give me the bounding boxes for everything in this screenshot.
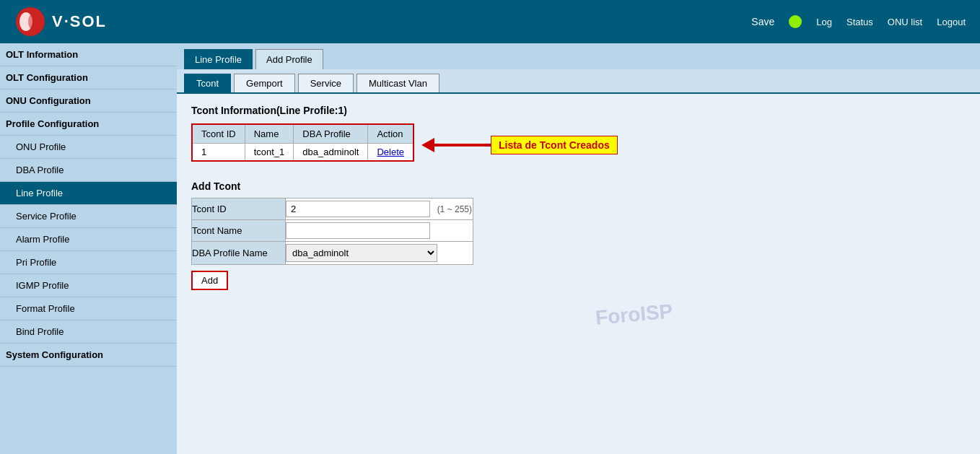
add-tcont-form: Tcont ID (1 ~ 255) Tcont Name DBA Pr — [191, 198, 473, 265]
sidebar-item-olt-info[interactable]: OLT Information — [0, 43, 177, 66]
sidebar-item-profile-config[interactable]: Profile Configuration — [0, 113, 177, 136]
sidebar-item-alarm-profile[interactable]: Alarm Profile — [0, 228, 177, 251]
tab-tcont[interactable]: Tcont — [184, 74, 231, 92]
svg-point-2 — [28, 12, 41, 31]
outer-tab-bar: Line Profile Add Profile — [177, 43, 980, 69]
tcont-id-input[interactable] — [286, 201, 430, 217]
sidebar-item-dba-profile[interactable]: DBA Profile — [0, 159, 177, 182]
logout-link[interactable]: Logout — [937, 17, 966, 27]
add-tcont-title: Add Tcont — [191, 180, 966, 192]
tab-line-profile[interactable]: Line Profile — [184, 49, 253, 69]
tcont-table: Tcont ID Name DBA Profile Action 1 tcont… — [191, 123, 414, 162]
log-link[interactable]: Log — [816, 17, 832, 27]
sidebar-item-service-profile[interactable]: Service Profile — [0, 205, 177, 228]
watermark: ForoISP — [595, 300, 674, 329]
label-tcont-id: Tcont ID — [192, 198, 286, 220]
cell-tcont-id: 1 — [192, 144, 245, 162]
sidebar-item-igmp-profile[interactable]: IGMP Profile — [0, 274, 177, 297]
col-name: Name — [245, 124, 294, 144]
tcont-name-input[interactable] — [286, 222, 430, 239]
logo-area: V·SOL — [14, 6, 107, 38]
sidebar-item-system-config[interactable]: System Configuration — [0, 344, 177, 367]
onu-list-link[interactable]: ONU list — [888, 17, 922, 27]
tcont-info-title: Tcont Information(Line Profile:1) — [191, 105, 966, 116]
main-content: Line Profile Add Profile Tcont Gemport S… — [177, 43, 980, 454]
input-cell-tcont-id: (1 ~ 255) — [286, 198, 473, 220]
sidebar-item-format-profile[interactable]: Format Profile — [0, 297, 177, 320]
header-right: Save Log Status ONU list Logout — [751, 15, 966, 28]
col-action: Action — [368, 124, 414, 144]
label-tcont-name: Tcont Name — [192, 220, 286, 242]
arrow-annotation: Lista de Tcont Creados — [421, 136, 618, 154]
sidebar-item-onu-config[interactable]: ONU Configuration — [0, 90, 177, 113]
tcont-id-hint: (1 ~ 255) — [437, 204, 472, 214]
content-area: Tcont Information(Line Profile:1) Tcont … — [177, 94, 980, 301]
sidebar-item-line-profile[interactable]: Line Profile — [0, 182, 177, 205]
col-tcont-id: Tcont ID — [192, 124, 245, 144]
annotation-label: Lista de Tcont Creados — [491, 136, 618, 154]
label-dba-profile-name: DBA Profile Name — [192, 242, 286, 265]
cell-dba-profile: dba_adminolt — [294, 144, 368, 162]
input-cell-dba-profile: dba_adminolt — [286, 242, 473, 265]
logo-text: V·SOL — [52, 12, 107, 31]
sidebar-item-onu-profile[interactable]: ONU Profile — [0, 136, 177, 159]
tab-service[interactable]: Service — [298, 74, 354, 92]
header: V·SOL Save Log Status ONU list Logout — [0, 0, 980, 43]
form-row-tcont-name: Tcont Name — [192, 220, 473, 242]
table-row: 1 tcont_1 dba_adminolt Delete — [192, 144, 414, 162]
form-row-dba-profile: DBA Profile Name dba_adminolt — [192, 242, 473, 265]
add-button[interactable]: Add — [191, 271, 228, 290]
tab-gemport[interactable]: Gemport — [234, 74, 295, 92]
annotation-row: Tcont ID Name DBA Profile Action 1 tcont… — [191, 123, 966, 166]
sidebar-item-olt-config[interactable]: OLT Configuration — [0, 66, 177, 90]
status-link[interactable]: Status — [846, 17, 873, 27]
tab-add-profile[interactable]: Add Profile — [255, 49, 323, 69]
sidebar: OLT Information OLT Configuration ONU Co… — [0, 43, 177, 454]
input-cell-tcont-name — [286, 220, 473, 242]
col-dba-profile: DBA Profile — [294, 124, 368, 144]
tab-multicast-vlan[interactable]: Multicast Vlan — [356, 74, 439, 92]
status-indicator — [789, 15, 802, 28]
vsol-logo-icon — [14, 6, 46, 38]
inner-tab-bar: Tcont Gemport Service Multicast Vlan — [177, 69, 980, 94]
dba-profile-select[interactable]: dba_adminolt — [286, 244, 437, 262]
sidebar-item-pri-profile[interactable]: Pri Profile — [0, 251, 177, 274]
save-label: Save — [751, 16, 774, 27]
sidebar-item-bind-profile[interactable]: Bind Profile — [0, 320, 177, 344]
layout: OLT Information OLT Configuration ONU Co… — [0, 43, 980, 454]
form-row-tcont-id: Tcont ID (1 ~ 255) — [192, 198, 473, 220]
cell-name: tcont_1 — [245, 144, 294, 162]
delete-link[interactable]: Delete — [377, 147, 404, 157]
arrow-line — [433, 144, 491, 147]
cell-action: Delete — [368, 144, 414, 162]
